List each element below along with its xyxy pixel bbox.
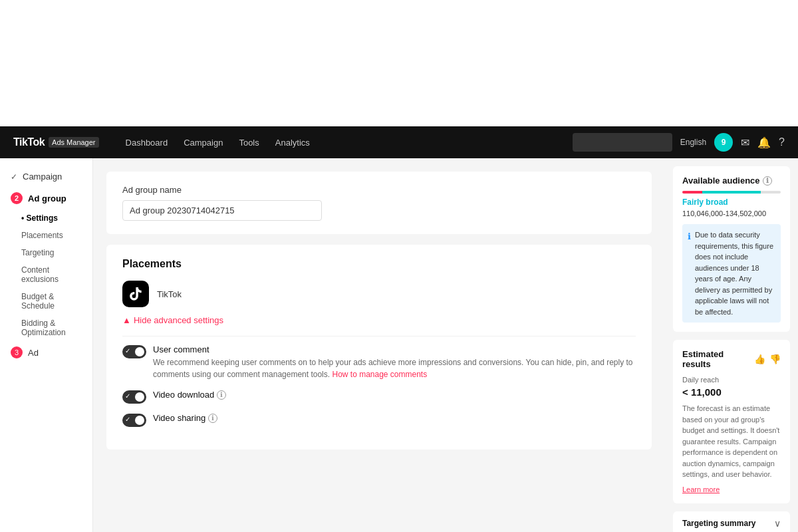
- video-download-content: Video download ℹ: [153, 390, 226, 400]
- reach-description: The forecast is an estimate based on you…: [682, 403, 781, 480]
- est-header: Estimated results 👍 👎: [682, 349, 781, 369]
- nav-dashboard[interactable]: Dashboard: [126, 138, 168, 148]
- sidebar-label-campaign: Campaign: [23, 172, 62, 182]
- placements-title: Placements: [122, 258, 636, 270]
- sidebar-label-ad: Ad: [28, 348, 39, 358]
- check-mark-sh: ✓: [125, 416, 130, 423]
- step-badge-ad: 3: [11, 346, 23, 358]
- help-icon[interactable]: ?: [779, 136, 785, 148]
- user-comment-desc: We recommend keeping user comments on to…: [153, 356, 636, 380]
- main-wrapper: ✓ Campaign 2 Ad group Settings Placement…: [0, 158, 798, 532]
- toggle-user-comment-row: ✓ User comment We recommend keeping user…: [122, 344, 636, 380]
- info-icon-blue: ℹ: [688, 230, 691, 317]
- video-download-label: Video download: [153, 390, 214, 400]
- content-area: Ad group name Placements TikTok ▲ Hide a…: [93, 158, 665, 532]
- check-mark-dl: ✓: [125, 392, 130, 400]
- avatar[interactable]: 9: [714, 133, 733, 152]
- sidebar-item-ad[interactable]: 3 Ad: [0, 341, 92, 364]
- sidebar-item-campaign[interactable]: ✓ Campaign: [0, 166, 92, 187]
- video-sharing-info-icon[interactable]: ℹ: [208, 414, 217, 423]
- sidebar-sub-settings[interactable]: Settings: [0, 209, 92, 227]
- est-title: Estimated results: [682, 349, 754, 369]
- hide-advanced-link[interactable]: ▲ Hide advanced settings: [122, 315, 636, 325]
- right-panel: Available audience ℹ Fairly broad 110,04…: [665, 158, 798, 532]
- top-space: [0, 0, 798, 126]
- targeting-summary-label: Targeting summary: [682, 519, 755, 528]
- sidebar-sub-bidding-optimization[interactable]: Bidding & Optimization: [0, 315, 92, 341]
- fairly-broad-label: Fairly broad: [682, 198, 781, 207]
- placement-tiktok: TikTok: [122, 281, 636, 307]
- sidebar-sub-budget-schedule[interactable]: Budget & Schedule: [0, 288, 92, 315]
- check-icon: ✓: [11, 172, 17, 182]
- nav-campaign[interactable]: Campaign: [184, 138, 223, 148]
- mail-icon[interactable]: ✉: [741, 136, 749, 149]
- sidebar-item-adgroup[interactable]: 2 Ad group: [0, 187, 92, 209]
- check-mark: ✓: [125, 347, 130, 354]
- available-audience-label: Available audience: [682, 176, 760, 186]
- toggle-video-sharing-row: ✓ Video sharing ℹ: [122, 413, 636, 427]
- ad-group-name-label: Ad group name: [122, 185, 636, 195]
- available-audience-card: Available audience ℹ Fairly broad 110,04…: [673, 166, 790, 332]
- daily-reach-value: < 11,000: [682, 386, 781, 398]
- tiktok-icon: [122, 281, 149, 307]
- bell-icon[interactable]: 🔔: [757, 136, 771, 149]
- targeting-summary[interactable]: Targeting summary ∨: [673, 511, 790, 533]
- thumbs-down-icon[interactable]: 👎: [769, 354, 781, 364]
- toggle-video-download[interactable]: ✓: [122, 390, 146, 404]
- sidebar: ✓ Campaign 2 Ad group Settings Placement…: [0, 158, 93, 532]
- audience-bar: [682, 191, 781, 194]
- logo-tiktok: TikTok: [13, 136, 45, 148]
- toggle-video-sharing[interactable]: ✓: [122, 414, 146, 427]
- sidebar-label-adgroup: Ad group: [28, 194, 66, 203]
- divider-1: [122, 336, 636, 336]
- search-input[interactable]: [573, 133, 672, 152]
- header: TikTok Ads Manager Dashboard Campaign To…: [0, 126, 798, 158]
- audience-range: 110,046,000-134,502,000: [682, 209, 781, 217]
- sidebar-sub-placements[interactable]: Placements: [0, 227, 92, 244]
- step-badge-adgroup: 2: [11, 192, 23, 204]
- user-comment-label: User comment: [153, 344, 636, 354]
- chevron-down-icon: ∨: [774, 518, 781, 529]
- daily-reach-label: Daily reach: [682, 376, 781, 384]
- learn-more-link[interactable]: Learn more: [682, 485, 720, 493]
- logo-ads-manager: Ads Manager: [49, 137, 98, 148]
- ad-group-name-section: Ad group name: [106, 172, 652, 234]
- toggle-user-comment[interactable]: ✓: [122, 345, 146, 358]
- toggle-video-download-row: ✓ Video download ℹ: [122, 390, 636, 404]
- available-audience-title: Available audience ℹ: [682, 176, 781, 186]
- video-sharing-content: Video sharing ℹ: [153, 413, 217, 423]
- sidebar-sub-content-exclusions[interactable]: Content exclusions: [0, 261, 92, 288]
- hide-advanced-text: Hide advanced settings: [134, 315, 223, 325]
- nav-tools[interactable]: Tools: [239, 138, 259, 148]
- how-to-manage-comments-link[interactable]: How to manage comments: [332, 370, 427, 379]
- main-nav: Dashboard Campaign Tools Analytics: [126, 138, 573, 148]
- language-selector[interactable]: English: [680, 138, 706, 147]
- video-sharing-label: Video sharing: [153, 413, 205, 423]
- thumbs-up-icon[interactable]: 👍: [754, 354, 765, 364]
- ad-group-name-input[interactable]: [122, 200, 322, 221]
- audience-info-icon[interactable]: ℹ: [763, 176, 772, 186]
- tiktok-label: TikTok: [157, 289, 182, 299]
- placements-section: Placements TikTok ▲ Hide advanced settin…: [106, 245, 652, 450]
- audience-info-text: Due to data security requirements, this …: [695, 229, 775, 317]
- sidebar-sub-targeting[interactable]: Targeting: [0, 244, 92, 261]
- chevron-up-icon: ▲: [122, 315, 131, 325]
- nav-analytics[interactable]: Analytics: [275, 138, 310, 148]
- audience-info-box: ℹ Due to data security requirements, thi…: [682, 224, 781, 323]
- user-comment-content: User comment We recommend keeping user c…: [153, 344, 636, 380]
- video-download-info-icon[interactable]: ℹ: [217, 390, 226, 400]
- header-right: English 9 ✉ 🔔 ?: [573, 133, 785, 152]
- estimated-results-card: Estimated results 👍 👎 Daily reach < 11,0…: [673, 340, 790, 503]
- est-icons: 👍 👎: [754, 354, 781, 364]
- logo-area: TikTok Ads Manager: [13, 136, 99, 148]
